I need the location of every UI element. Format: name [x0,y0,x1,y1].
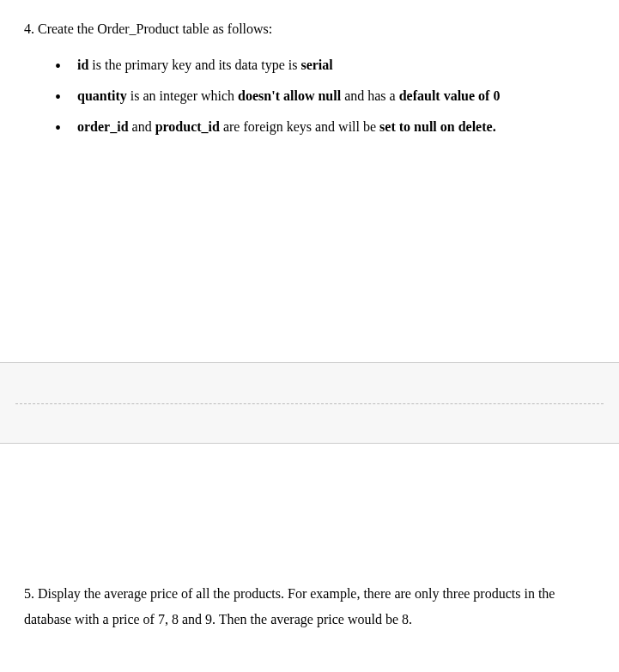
bullet-text: and has a [341,88,399,103]
bullet-bold: quantity [77,88,127,103]
bullet-text: is the primary key and its data type is [88,58,300,72]
bullet-text: and [129,119,155,134]
dashed-divider [15,403,604,404]
bullet-text: is an integer which [127,88,238,103]
bullet-bold: order_id [77,119,129,134]
bullet-text: are foreign keys and will be [220,119,379,134]
question-4-block: 4. Create the Order_Product table as fol… [0,0,619,165]
bullet-bold: default value of 0 [399,88,501,103]
question-4-intro: 4. Create the Order_Product table as fol… [24,19,595,39]
question-5-block: 5. Display the average price of all the … [0,444,619,649]
separator-band [0,362,619,444]
bullet-item: quantity is an integer which doesn't all… [55,86,595,106]
bullet-bold: id [77,58,88,72]
question-5-text: 5. Display the average price of all the … [24,581,595,632]
bullet-bold: set to null on delete. [379,119,496,134]
bullet-bold: serial [300,58,332,72]
bullet-item: order_id and product_id are foreign keys… [55,117,595,137]
bullet-bold: doesn't allow null [238,88,341,103]
whitespace-gap [0,165,619,362]
question-4-bullets: id is the primary key and its data type … [24,55,595,137]
bullet-item: id is the primary key and its data type … [55,55,595,76]
bullet-bold: product_id [155,119,220,134]
